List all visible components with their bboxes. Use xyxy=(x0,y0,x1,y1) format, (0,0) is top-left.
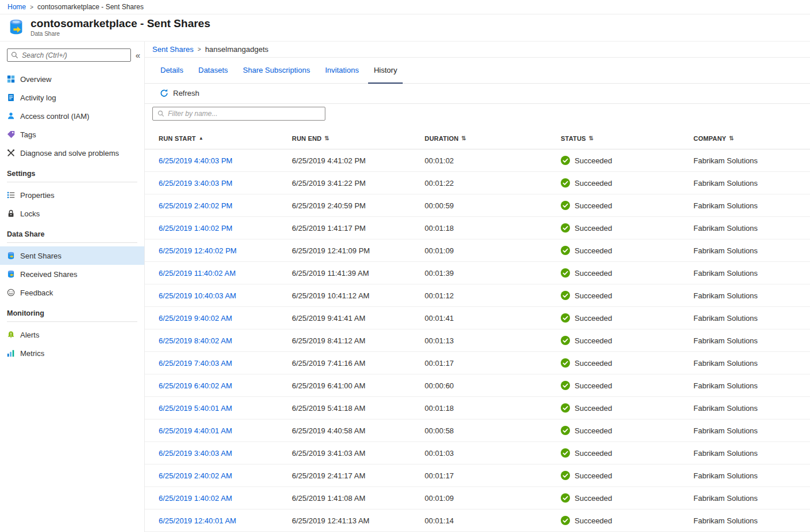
column-header-company[interactable]: COMPANY ⇅ xyxy=(693,135,810,142)
table-row[interactable]: 6/25/2019 10:40:03 AM 6/25/2019 10:41:12… xyxy=(145,284,810,307)
sidebar-item-received-shares[interactable]: Received Shares xyxy=(0,265,144,283)
run-start-link[interactable]: 6/25/2019 1:40:02 AM xyxy=(159,494,232,503)
run-start-link[interactable]: 6/25/2019 4:40:03 PM xyxy=(159,156,232,165)
search-input[interactable] xyxy=(22,51,127,59)
table-row[interactable]: 6/25/2019 6:40:02 AM 6/25/2019 6:41:00 A… xyxy=(145,374,810,397)
sidebar-item-activity-log[interactable]: Activity log xyxy=(0,88,144,107)
status-cell: Succeeded xyxy=(561,201,693,210)
tab-details[interactable]: Details xyxy=(153,58,191,83)
table-row[interactable]: 6/25/2019 2:40:02 PM 6/25/2019 2:40:59 P… xyxy=(145,194,810,217)
history-table-header: RUN START ▲ RUN END ⇅ DURATION ⇅ STATUS … xyxy=(145,128,810,149)
succeeded-check-icon xyxy=(561,516,570,525)
sent-shares-icon xyxy=(7,252,15,260)
table-row[interactable]: 6/25/2019 2:40:02 AM 6/25/2019 2:41:17 A… xyxy=(145,464,810,487)
sidebar-item-feedback[interactable]: Feedback xyxy=(0,283,144,302)
sort-icon: ⇅ xyxy=(462,136,467,141)
duration-cell: 00:01:14 xyxy=(425,516,561,525)
table-row[interactable]: 6/25/2019 1:40:02 AM 6/25/2019 1:41:08 A… xyxy=(145,487,810,509)
run-start-link[interactable]: 6/25/2019 6:40:02 AM xyxy=(159,381,232,390)
run-start-link[interactable]: 6/25/2019 11:40:02 AM xyxy=(159,269,235,278)
run-start-link[interactable]: 6/25/2019 2:40:02 PM xyxy=(159,201,232,210)
column-header-status[interactable]: STATUS ⇅ xyxy=(561,135,693,142)
sidebar-item-access-control[interactable]: Access control (IAM) xyxy=(0,107,144,125)
run-start-link[interactable]: 6/25/2019 3:40:03 AM xyxy=(159,449,232,458)
filter-by-name-input[interactable] xyxy=(168,110,320,118)
share-breadcrumb: Sent Shares > hanselmangadgets xyxy=(145,42,810,58)
table-row[interactable]: 6/25/2019 7:40:03 AM 6/25/2019 7:41:16 A… xyxy=(145,352,810,374)
run-start-link[interactable]: 6/25/2019 3:40:03 PM xyxy=(159,179,232,188)
run-start-link[interactable]: 6/25/2019 12:40:01 AM xyxy=(159,516,236,525)
run-start-link[interactable]: 6/25/2019 1:40:02 PM xyxy=(159,224,232,233)
status-cell: Succeeded xyxy=(561,178,693,188)
duration-cell: 00:01:18 xyxy=(425,224,561,233)
company-cell: Fabrikam Solutions xyxy=(693,381,810,390)
refresh-button[interactable]: Refresh xyxy=(160,89,200,98)
table-row[interactable]: 6/25/2019 12:40:01 AM 6/25/2019 12:41:13… xyxy=(145,509,810,532)
sidebar-item-metrics[interactable]: Metrics xyxy=(0,344,144,362)
sidebar-search-box[interactable] xyxy=(7,48,131,62)
status-text: Succeeded xyxy=(575,291,612,300)
succeeded-check-icon xyxy=(561,358,570,368)
table-row[interactable]: 6/25/2019 5:40:01 AM 6/25/2019 5:41:18 A… xyxy=(145,397,810,419)
duration-cell: 00:01:09 xyxy=(425,246,561,255)
sidebar-item-diagnose[interactable]: Diagnose and solve problems xyxy=(0,144,144,162)
table-row[interactable]: 6/25/2019 12:40:02 PM 6/25/2019 12:41:09… xyxy=(145,239,810,262)
duration-cell: 00:00:58 xyxy=(425,426,561,435)
table-row[interactable]: 6/25/2019 1:40:02 PM 6/25/2019 1:41:17 P… xyxy=(145,217,810,239)
run-end-cell: 6/25/2019 3:41:03 AM xyxy=(292,449,425,458)
sidebar-item-label: Overview xyxy=(20,75,51,84)
breadcrumb-home-link[interactable]: Home xyxy=(7,3,26,11)
run-start-link[interactable]: 6/25/2019 8:40:02 AM xyxy=(159,336,232,345)
run-start-link[interactable]: 6/25/2019 10:40:03 AM xyxy=(159,291,236,300)
sidebar-item-sent-shares[interactable]: Sent Shares xyxy=(0,246,144,265)
feedback-icon xyxy=(7,289,15,297)
status-cell: Succeeded xyxy=(561,358,693,368)
run-start-link[interactable]: 6/25/2019 9:40:02 AM xyxy=(159,314,232,323)
status-text: Succeeded xyxy=(575,269,612,278)
sidebar-item-locks[interactable]: Locks xyxy=(0,204,144,223)
page-title: contosomarketplace - Sent Shares xyxy=(31,17,211,30)
breadcrumb-sent-shares-link[interactable]: Sent Shares xyxy=(152,45,194,54)
refresh-icon xyxy=(160,89,168,98)
column-header-run-start[interactable]: RUN START ▲ xyxy=(159,135,292,142)
table-row[interactable]: 6/25/2019 4:40:01 AM 6/25/2019 4:40:58 A… xyxy=(145,419,810,442)
run-start-cell: 6/25/2019 12:40:02 PM xyxy=(159,246,292,255)
duration-cell: 00:01:39 xyxy=(425,269,561,278)
company-cell: Fabrikam Solutions xyxy=(693,156,810,165)
table-row[interactable]: 6/25/2019 11:40:02 AM 6/25/2019 11:41:39… xyxy=(145,262,810,284)
tab-history[interactable]: History xyxy=(366,58,404,83)
run-start-cell: 6/25/2019 10:40:03 AM xyxy=(159,291,292,300)
run-start-link[interactable]: 6/25/2019 7:40:03 AM xyxy=(159,359,232,368)
status-cell: Succeeded xyxy=(561,223,693,233)
company-cell: Fabrikam Solutions xyxy=(693,359,810,368)
sidebar-item-alerts[interactable]: Alerts xyxy=(0,325,144,344)
company-cell: Fabrikam Solutions xyxy=(693,449,810,458)
table-row[interactable]: 6/25/2019 8:40:02 AM 6/25/2019 8:41:12 A… xyxy=(145,329,810,352)
run-start-link[interactable]: 6/25/2019 4:40:01 AM xyxy=(159,426,232,435)
status-cell: Succeeded xyxy=(561,268,693,278)
tab-share-subscriptions[interactable]: Share Subscriptions xyxy=(235,58,317,83)
table-row[interactable]: 6/25/2019 3:40:03 PM 6/25/2019 3:41:22 P… xyxy=(145,172,810,194)
sidebar-item-properties[interactable]: Properties xyxy=(0,186,144,204)
succeeded-check-icon xyxy=(561,291,570,300)
status-text: Succeeded xyxy=(575,359,612,368)
status-text: Succeeded xyxy=(575,201,612,210)
table-row[interactable]: 6/25/2019 9:40:02 AM 6/25/2019 9:41:41 A… xyxy=(145,307,810,329)
status-cell: Succeeded xyxy=(561,471,693,480)
table-row[interactable]: 6/25/2019 3:40:03 AM 6/25/2019 3:41:03 A… xyxy=(145,442,810,464)
sidebar-collapse-button[interactable]: « xyxy=(134,50,141,61)
search-icon xyxy=(11,51,18,59)
sidebar-item-tags[interactable]: Tags xyxy=(0,125,144,144)
column-header-duration[interactable]: DURATION ⇅ xyxy=(425,135,561,142)
table-row[interactable]: 6/25/2019 4:40:03 PM 6/25/2019 4:41:02 P… xyxy=(145,149,810,172)
locks-icon xyxy=(7,209,15,218)
column-header-run-end[interactable]: RUN END ⇅ xyxy=(292,135,425,142)
tab-invitations[interactable]: Invitations xyxy=(317,58,366,83)
sidebar-item-overview[interactable]: Overview xyxy=(0,70,144,88)
run-start-link[interactable]: 6/25/2019 2:40:02 AM xyxy=(159,471,232,480)
run-start-link[interactable]: 6/25/2019 5:40:01 AM xyxy=(159,404,232,413)
run-start-link[interactable]: 6/25/2019 12:40:02 PM xyxy=(159,246,237,255)
status-text: Succeeded xyxy=(575,516,612,525)
filter-box[interactable] xyxy=(152,107,325,121)
tab-datasets[interactable]: Datasets xyxy=(191,58,235,83)
